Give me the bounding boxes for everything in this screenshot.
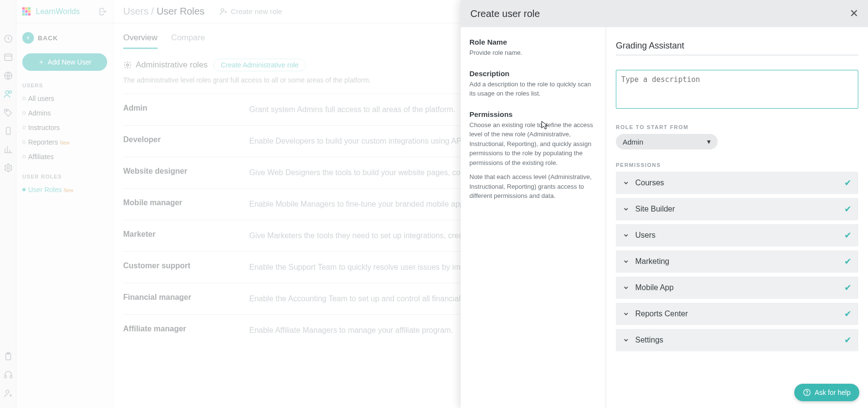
chevron-down-icon [623, 337, 629, 343]
check-icon: ✔ [844, 335, 852, 345]
panel-title: Create user role [470, 8, 540, 19]
description-label: Description [469, 69, 597, 78]
chevron-down-icon [623, 180, 629, 186]
role-start-from-select[interactable]: Admin ▾ [616, 134, 718, 149]
permission-row[interactable]: Courses✔ [616, 172, 858, 194]
check-icon: ✔ [844, 230, 852, 241]
description-hint: Add a description to the role to quickly… [469, 80, 597, 98]
panel-form-column: ROLE TO START FROM Admin ▾ PERMISSIONS C… [606, 27, 868, 408]
permissions-list: Courses✔Site Builder✔Users✔Marketing✔Mob… [616, 172, 858, 351]
check-icon: ✔ [844, 309, 852, 319]
chevron-down-icon: ▾ [707, 137, 711, 146]
close-icon[interactable]: ✕ [850, 7, 858, 20]
permission-row[interactable]: Marketing✔ [616, 250, 858, 273]
ask-for-help-button[interactable]: Ask for help [794, 384, 859, 401]
chevron-down-icon [623, 284, 629, 291]
check-icon: ✔ [844, 204, 852, 214]
permission-label: Marketing [635, 257, 669, 266]
chevron-down-icon [623, 258, 629, 265]
create-role-panel: Create user role ✕ Role Name Provide rol… [461, 0, 868, 408]
permissions-label: Permissions [469, 110, 597, 118]
permission-row[interactable]: Site Builder✔ [616, 198, 858, 220]
permission-row[interactable]: Users✔ [616, 224, 858, 246]
chevron-down-icon [623, 232, 629, 239]
panel-help-column: Role Name Provide role name. Description… [461, 27, 606, 408]
permissions-hint: Choose an existing role to define the ac… [469, 120, 597, 168]
permission-row[interactable]: Reports Center✔ [616, 303, 858, 325]
permission-row[interactable]: Settings✔ [616, 329, 858, 351]
check-icon: ✔ [844, 282, 852, 293]
check-icon: ✔ [844, 178, 852, 188]
permission-label: Courses [635, 179, 664, 187]
svg-point-16 [807, 394, 807, 394]
permission-row[interactable]: Mobile App✔ [616, 277, 858, 299]
chevron-down-icon [623, 206, 629, 212]
permission-label: Reports Center [635, 310, 688, 318]
check-icon: ✔ [844, 256, 852, 267]
description-input[interactable] [616, 70, 858, 109]
role-name-hint: Provide role name. [469, 48, 597, 58]
permission-label: Users [635, 231, 656, 240]
role-name-label: Role Name [469, 38, 597, 46]
help-icon [803, 389, 811, 396]
permissions-list-label: PERMISSIONS [616, 162, 858, 168]
permission-label: Site Builder [635, 205, 675, 213]
panel-header: Create user role ✕ [461, 0, 868, 27]
role-name-input[interactable] [616, 38, 858, 55]
permissions-note: Note that each access level (Administrat… [469, 172, 597, 201]
select-value: Admin [623, 138, 643, 146]
chevron-down-icon [623, 310, 629, 317]
role-start-from-label: ROLE TO START FROM [616, 124, 858, 130]
permission-label: Settings [635, 336, 663, 344]
permission-label: Mobile App [635, 283, 674, 292]
